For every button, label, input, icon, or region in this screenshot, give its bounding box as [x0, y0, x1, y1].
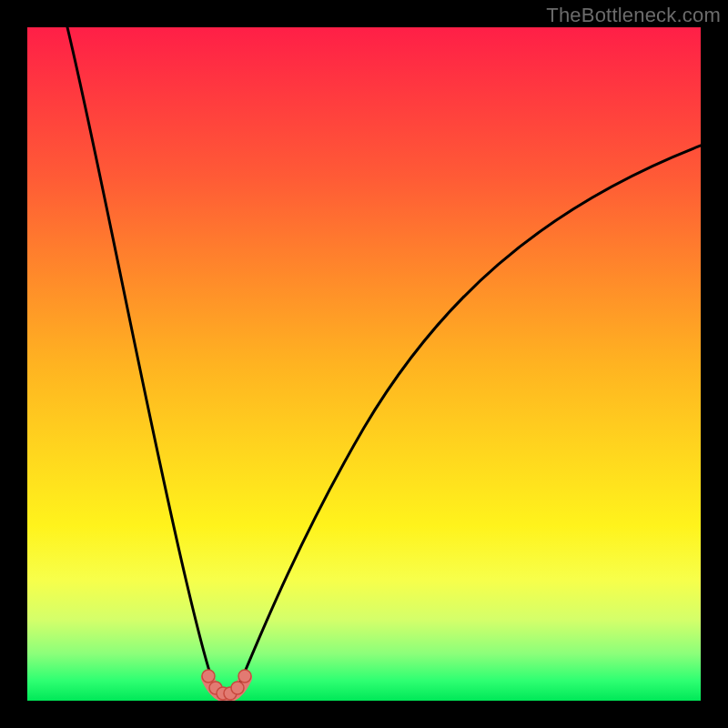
plot-area	[27, 27, 701, 701]
chart-frame: TheBottleneck.com	[0, 0, 728, 728]
bottleneck-curve-left	[67, 27, 215, 687]
valley-marker	[238, 670, 251, 682]
valley-marker	[202, 670, 215, 682]
valley-marker-group	[202, 670, 251, 700]
watermark-text: TheBottleneck.com	[546, 4, 721, 27]
valley-marker	[231, 682, 244, 694]
curve-layer	[27, 27, 701, 701]
bottleneck-curve-right	[238, 146, 701, 687]
